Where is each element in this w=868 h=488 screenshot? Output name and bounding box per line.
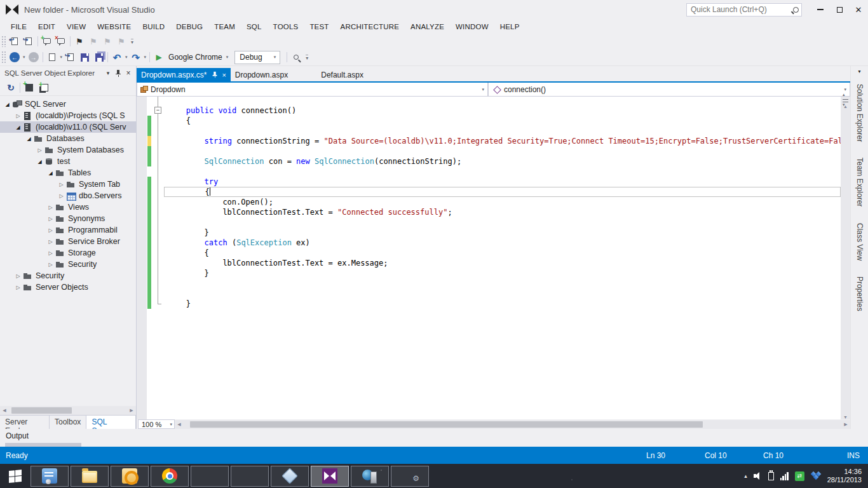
taskbar-app-file-explorer[interactable]: [71, 466, 109, 487]
add-sql-server-button[interactable]: [22, 81, 36, 94]
code-line[interactable]: lblConnectionTest.Text = "Connected succ…: [164, 207, 841, 217]
pin-icon[interactable]: [212, 72, 218, 78]
zoom-combo[interactable]: 100 % ▾: [138, 419, 175, 429]
dropbox-icon[interactable]: [811, 472, 821, 480]
scroll-left-icon[interactable]: ◀: [0, 408, 9, 413]
editor-vertical-scrollbar[interactable]: ▲ ▼: [841, 97, 850, 419]
taskbar-app-control-panel[interactable]: [31, 466, 69, 487]
close-button[interactable]: ✕: [849, 2, 868, 17]
code-line[interactable]: [164, 126, 841, 136]
collapse-icon[interactable]: ◢: [35, 159, 44, 165]
code-line[interactable]: lblConnectionTest.Text = ex.Message;: [164, 258, 841, 268]
quick-launch-box[interactable]: [686, 3, 802, 17]
toolbar-overflow-button[interactable]: ▾: [131, 39, 133, 44]
menu-help[interactable]: HELP: [494, 21, 526, 32]
find-in-files-button[interactable]: [289, 51, 303, 64]
tree-item-views[interactable]: ▷Views: [0, 201, 136, 213]
close-tab-icon[interactable]: ×: [222, 71, 226, 79]
navigate-back-dropdown[interactable]: ▾: [22, 55, 27, 60]
menu-architecture[interactable]: ARCHITECTURE: [335, 21, 405, 32]
start-button[interactable]: [0, 464, 31, 488]
tool-tab-server-expl-[interactable]: Server Expl...: [0, 416, 50, 429]
tool-tab-toolbox[interactable]: Toolbox: [50, 416, 86, 429]
redo-dropdown[interactable]: ▾: [143, 55, 148, 60]
taskbar-app-chrome[interactable]: [151, 466, 189, 487]
scroll-left-icon[interactable]: ◀: [175, 422, 184, 427]
document-tab[interactable]: Dropdown.aspx.cs*×: [137, 68, 231, 81]
previous-bookmark-button[interactable]: ⚑: [86, 35, 100, 48]
collapse-icon[interactable]: ◢: [3, 102, 12, 107]
expand-icon[interactable]: ▷: [13, 285, 23, 290]
expand-icon[interactable]: ▷: [46, 227, 55, 233]
minimize-button[interactable]: [811, 2, 830, 17]
start-debug-button[interactable]: ▶: [152, 51, 166, 64]
battery-icon[interactable]: [768, 472, 774, 480]
type-dropdown[interactable]: Dropdown ▾: [137, 83, 488, 97]
quick-launch-input[interactable]: [691, 5, 793, 14]
network-signal-icon[interactable]: [780, 472, 789, 480]
code-line[interactable]: [164, 278, 841, 288]
indicator-margin[interactable]: [137, 97, 147, 419]
menu-tools[interactable]: TOOLS: [268, 21, 304, 32]
toolbar-grip[interactable]: [1, 36, 6, 47]
menu-build[interactable]: BUILD: [137, 21, 170, 32]
code-line[interactable]: {: [164, 248, 841, 258]
collapse-icon[interactable]: ◢: [24, 136, 34, 142]
scroll-right-icon[interactable]: ▶: [841, 422, 850, 427]
tree-item-storage[interactable]: ▷Storage: [0, 247, 136, 259]
volume-icon[interactable]: [754, 472, 762, 480]
navigate-backward-button[interactable]: ←: [8, 51, 22, 64]
tree-item-security[interactable]: ▷Security: [0, 270, 136, 281]
collapse-icon[interactable]: ◢: [13, 125, 23, 130]
tree-item-security[interactable]: ▷Security: [0, 259, 136, 270]
code-line[interactable]: catch (SqlException ex): [164, 238, 841, 248]
toolbar-overflow-button[interactable]: ▾: [306, 55, 308, 60]
explorer-horizontal-scrollbar[interactable]: ◀ ▶: [0, 406, 136, 415]
menu-sql[interactable]: SQL: [241, 21, 268, 32]
code-line[interactable]: [164, 288, 841, 299]
code-line[interactable]: try: [164, 177, 841, 187]
add-comment-button[interactable]: [40, 35, 54, 48]
taskbar-app-outlook[interactable]: [111, 466, 149, 487]
code-text-area[interactable]: public void connection(){string connecti…: [164, 97, 841, 419]
toolbar-grip[interactable]: [1, 51, 6, 64]
side-tab-properties[interactable]: Properties: [855, 271, 864, 317]
panel-close-button[interactable]: ×: [123, 68, 133, 78]
restore-button[interactable]: [830, 2, 849, 17]
next-bookmark-button[interactable]: ⚑: [100, 35, 114, 48]
member-dropdown[interactable]: connection() ▾: [488, 83, 850, 97]
tree-item-system-tab[interactable]: ▷System Tab: [0, 179, 136, 190]
expand-icon[interactable]: ▷: [13, 273, 23, 279]
collapse-region-icon[interactable]: −: [154, 107, 161, 114]
code-line[interactable]: }: [164, 268, 841, 278]
code-line[interactable]: public void connection(): [164, 105, 841, 116]
navigate-forward-button[interactable]: →: [27, 51, 41, 64]
code-line[interactable]: }: [164, 227, 841, 238]
expand-icon[interactable]: ▷: [46, 262, 55, 268]
side-tab-solution-explorer[interactable]: Solution Explorer: [855, 78, 864, 147]
strip-dropdown-icon[interactable]: ▾: [858, 66, 860, 78]
sync-app-icon[interactable]: ⇄: [795, 471, 804, 481]
menu-team[interactable]: TEAM: [208, 21, 241, 32]
save-button[interactable]: [78, 51, 92, 64]
panel-pin-button[interactable]: [113, 68, 123, 78]
tree-item-service-broker[interactable]: ▷Service Broker: [0, 236, 136, 247]
taskbar-clock[interactable]: 14:36 28/11/2013: [827, 468, 862, 484]
menu-analyze[interactable]: ANALYZE: [405, 21, 450, 32]
tree-item-test[interactable]: ◢test: [0, 156, 136, 167]
tree-item-programmabil[interactable]: ▷Programmabil: [0, 224, 136, 236]
scroll-down-icon[interactable]: ▼: [841, 415, 850, 419]
taskbar-app-adobe-reader[interactable]: [191, 466, 229, 487]
tree-item-dbo-servers[interactable]: ▷dbo.Servers: [0, 190, 136, 201]
tree-item-server-objects[interactable]: ▷Server Objects: [0, 281, 136, 293]
toggle-bookmark-button[interactable]: ⚑: [72, 35, 86, 48]
format-selection-button[interactable]: ↪: [22, 35, 36, 48]
code-line[interactable]: [164, 217, 841, 227]
tree-item-tables[interactable]: ◢Tables: [0, 167, 136, 179]
save-all-button[interactable]: [92, 51, 105, 64]
document-tab[interactable]: Dropdown.aspx: [231, 68, 292, 81]
menu-edit[interactable]: EDIT: [32, 21, 61, 32]
tree-item-synonyms[interactable]: ▷Synonyms: [0, 213, 136, 224]
outlining-margin[interactable]: −: [153, 97, 164, 419]
new-file-dropdown[interactable]: ▾: [59, 55, 64, 60]
